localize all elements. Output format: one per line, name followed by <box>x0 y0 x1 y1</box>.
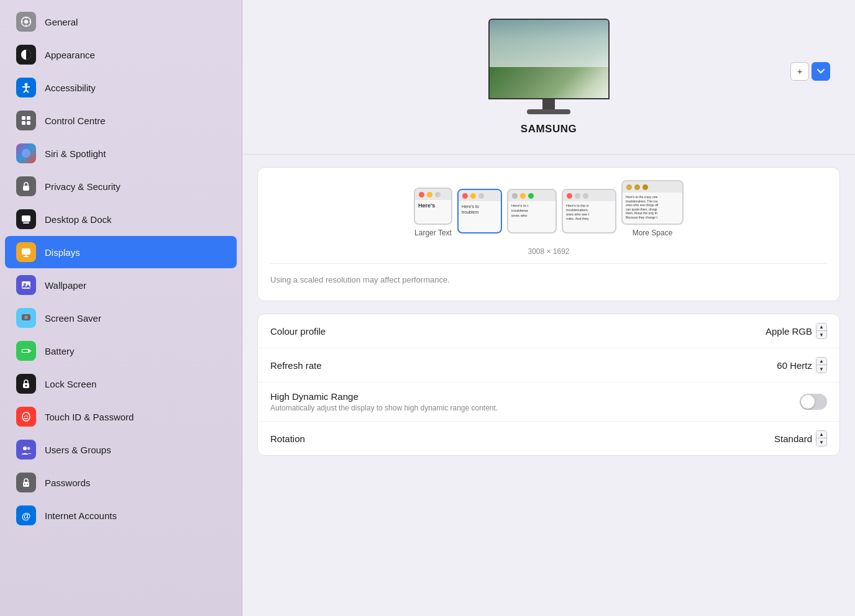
res-thumb-smaller1[interactable]: Here's to the crtroublemakers.ones who s… <box>562 189 616 237</box>
sidebar-item-lock-screen[interactable]: Lock Screen <box>5 368 237 400</box>
settings-row-colour-profile: Colour profile Apple RGB ▲ ▼ <box>258 314 839 348</box>
internet-accounts-label: Internet Accounts <box>45 510 117 521</box>
stepper-up-rotation[interactable]: ▲ <box>816 431 826 438</box>
sidebar-item-internet-accounts[interactable]: @Internet Accounts <box>5 499 237 532</box>
monitor-display <box>488 19 610 99</box>
siri-spotlight-label: Siri & Spotlight <box>45 148 106 159</box>
rotation-stepper[interactable]: ▲ ▼ <box>816 430 827 446</box>
battery-icon <box>16 341 36 361</box>
thumb-box-default: Here's to ttroublemaones who <box>507 189 557 233</box>
sidebar-item-screen-saver[interactable]: Screen Saver <box>5 302 237 334</box>
display-name: SAMSUNG <box>521 123 577 135</box>
displays-icon <box>16 242 36 262</box>
users-groups-label: Users & Groups <box>45 445 111 455</box>
resolution-thumbnails: Here's Larger Text Here's totroublem <box>270 180 827 237</box>
display-top-section: SAMSUNG + <box>242 0 855 155</box>
svg-rect-29 <box>30 350 31 351</box>
sidebar: GeneralAppearanceAccessibilityControl Ce… <box>0 0 242 616</box>
res-thumb-larger-text[interactable]: Here's Larger Text <box>414 188 452 237</box>
display-menu-button[interactable] <box>812 62 830 81</box>
rotation-value: Standard <box>774 433 812 444</box>
sidebar-item-general[interactable]: General <box>5 6 237 38</box>
passwords-label: Passwords <box>45 478 90 488</box>
sidebar-item-battery[interactable]: Battery <box>5 335 237 367</box>
accessibility-label: Accessibility <box>45 83 96 93</box>
svg-point-35 <box>27 447 30 450</box>
hdr-toggle[interactable] <box>800 394 827 410</box>
svg-rect-12 <box>22 116 25 120</box>
settings-row-right-colour[interactable]: Apple RGB ▲ ▼ <box>766 323 827 339</box>
general-icon <box>16 12 36 32</box>
users-groups-icon <box>16 440 36 460</box>
sidebar-item-users-groups[interactable]: Users & Groups <box>5 433 237 466</box>
svg-rect-14 <box>22 121 25 125</box>
dot-gold3-ms <box>642 184 648 190</box>
res-thumb-default[interactable]: Here's to ttroublemaones who <box>507 189 557 237</box>
stepper-down-refresh[interactable]: ▼ <box>816 365 826 373</box>
dot-gold-ms <box>626 184 632 190</box>
res-thumb-more-space[interactable]: Here's to the crazy onetroublemakers. Th… <box>621 180 684 237</box>
lock-screen-icon <box>16 374 36 394</box>
svg-rect-15 <box>27 121 30 125</box>
colour-profile-title: Colour profile <box>270 326 326 337</box>
svg-rect-20 <box>22 248 30 255</box>
touch-id-icon <box>16 407 36 427</box>
sidebar-item-control-centre[interactable]: Control Centre <box>5 104 237 137</box>
stepper-up-refresh[interactable]: ▲ <box>816 358 826 365</box>
sidebar-item-passwords[interactable]: Passwords <box>5 466 237 499</box>
add-display-button[interactable]: + <box>790 62 809 81</box>
sidebar-item-touch-id[interactable]: Touch ID & Password <box>5 401 237 433</box>
thumb-traffic-ms <box>623 181 682 192</box>
settings-section: Colour profile Apple RGB ▲ ▼ Refresh rat… <box>257 314 840 456</box>
wallpaper-icon <box>16 275 36 295</box>
sidebar-item-accessibility[interactable]: Accessibility <box>5 71 237 104</box>
dot-yellow-d <box>520 193 526 199</box>
settings-row-rotation: Rotation Standard ▲ ▼ <box>258 422 839 455</box>
svg-point-32 <box>25 385 27 387</box>
svg-point-16 <box>22 149 30 158</box>
dot-gray-sm1a <box>575 193 580 199</box>
settings-row-right-refresh[interactable]: 60 Hertz ▲ ▼ <box>777 357 827 373</box>
thumb-traffic-default <box>508 190 556 201</box>
svg-rect-23 <box>22 281 30 289</box>
hdr-title: High Dynamic Range <box>270 391 498 402</box>
thumb-box-smaller1: Here's to the crtroublemakers.ones who s… <box>562 189 616 233</box>
svg-point-34 <box>23 446 27 450</box>
sidebar-item-desktop-dock[interactable]: Desktop & Dock <box>5 203 237 235</box>
sidebar-item-siri-spotlight[interactable]: Siri & Spotlight <box>5 137 237 170</box>
dot-red-sm1 <box>567 193 572 199</box>
settings-row-right-hdr[interactable] <box>800 394 827 410</box>
svg-point-24 <box>24 283 26 286</box>
svg-rect-17 <box>23 186 29 191</box>
sidebar-item-displays[interactable]: Displays <box>5 236 237 268</box>
monitor-container <box>488 19 610 114</box>
performance-note: Using a scaled resolution may affect per… <box>270 271 827 288</box>
siri-spotlight-icon <box>16 143 36 163</box>
stepper-up-colour[interactable]: ▲ <box>816 324 826 331</box>
battery-label: Battery <box>45 346 75 356</box>
stepper-down-colour[interactable]: ▼ <box>816 331 826 338</box>
settings-row-left-rotation: Rotation <box>270 433 305 444</box>
dot-gray-sm1b <box>583 193 588 199</box>
svg-point-37 <box>24 484 25 485</box>
stepper-down-rotation[interactable]: ▼ <box>816 438 826 446</box>
screen-saver-icon <box>16 308 36 328</box>
refresh-rate-stepper[interactable]: ▲ ▼ <box>816 357 827 373</box>
dot-gray <box>435 192 441 197</box>
monitor-stand-base <box>527 109 570 114</box>
dot-gray-sel <box>478 193 484 199</box>
sidebar-item-wallpaper[interactable]: Wallpaper <box>5 269 237 301</box>
sidebar-item-privacy-security[interactable]: Privacy & Security <box>5 170 237 202</box>
monitor-screen <box>490 20 608 98</box>
thumb-content-larger: Here's <box>415 200 451 212</box>
res-thumb-selected[interactable]: Here's totroublem <box>457 189 502 237</box>
control-centre-icon <box>16 111 36 130</box>
resolution-divider <box>270 263 827 264</box>
resolution-indicator: 3008 × 1692 <box>270 247 827 256</box>
sidebar-item-appearance[interactable]: Appearance <box>5 38 237 71</box>
colour-profile-stepper[interactable]: ▲ ▼ <box>816 323 827 339</box>
rotation-title: Rotation <box>270 433 305 444</box>
thumb-label-ms: More Space <box>633 229 673 237</box>
settings-row-hdr: High Dynamic Range Automatically adjust … <box>258 383 839 422</box>
settings-row-right-rotation[interactable]: Standard ▲ ▼ <box>774 430 827 446</box>
